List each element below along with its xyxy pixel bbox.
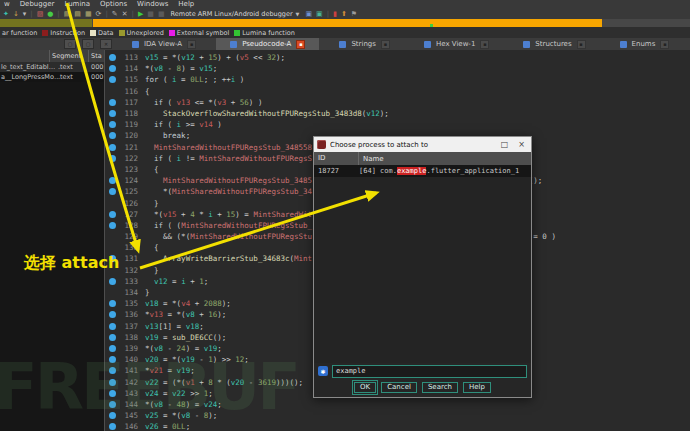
breakpoint-dot[interactable] (109, 65, 116, 72)
record-icon[interactable]: ● (47, 11, 53, 18)
breakpoint-dot[interactable] (109, 211, 116, 218)
save-as-icon[interactable]: ▤ (74, 11, 81, 18)
breakpoint-dot[interactable] (109, 155, 116, 162)
menu-item-lumina[interactable]: Lumina (64, 0, 90, 9)
view-select-icon[interactable]: ▾ (23, 11, 27, 18)
function-row[interactable]: a__LongPressMo….text000 (0, 72, 104, 82)
maximize-icon[interactable]: □ (498, 140, 511, 149)
breakpoint-dot[interactable] (109, 334, 116, 341)
code-text: v18 = *(v4 + 2088); (145, 299, 231, 308)
tab-close-icon[interactable]: ▪ (187, 40, 196, 49)
breakpoint-dot[interactable] (109, 390, 116, 397)
menu-item-windows[interactable]: Windows (137, 0, 168, 9)
breakpoint-dot[interactable] (109, 76, 116, 83)
code-line-119[interactable]: 119 if ( i >= v14 ) (105, 119, 690, 130)
navband-right[interactable] (602, 19, 690, 27)
export-icon[interactable]: ▦ (85, 11, 92, 18)
column-header-segment[interactable]: Segment (52, 52, 81, 60)
menu-item-w[interactable]: w (4, 0, 10, 9)
breakpoint-dot[interactable] (109, 412, 116, 419)
tab-enums[interactable]: Enums▪ (606, 38, 684, 50)
window-close-icon[interactable]: ✕ (100, 39, 112, 49)
breakpoint-icon[interactable]: ▮ (333, 11, 337, 18)
function-row[interactable]: le_text_Editabl….text000 (0, 62, 104, 72)
breakpoint-dot[interactable] (109, 423, 116, 430)
debugger-select[interactable]: Remote ARM Linux/Android debugger▼ (169, 10, 302, 18)
navband-progress[interactable] (93, 19, 602, 27)
breakpoint-dot[interactable] (109, 379, 116, 386)
breakpoint-dot[interactable] (109, 345, 116, 352)
search-button[interactable]: Search (422, 382, 458, 393)
cancel-icon[interactable]: ✕ (122, 11, 128, 18)
breakpoint-dot[interactable] (109, 54, 116, 61)
breakpoint-dot[interactable] (109, 300, 116, 307)
breakpoint-dot[interactable] (109, 222, 116, 229)
code-line-115[interactable]: 115for ( i = 0LL; ; ++i ) (105, 74, 690, 85)
breakpoint-dot[interactable] (109, 144, 116, 151)
tab-pseudocode-a[interactable]: Pseudocode-A▪ (216, 38, 319, 50)
breakpoint-dot[interactable] (109, 177, 116, 184)
stop-process-icon[interactable]: ■ (147, 11, 154, 18)
tab-hex-view-1[interactable]: Hex View-1▪ (410, 38, 503, 50)
tab-structures[interactable]: Structures▪ (509, 38, 599, 50)
column-header-name[interactable]: Name (359, 155, 384, 163)
window-button-icon[interactable]: ▢ (82, 39, 94, 49)
tab-strings[interactable]: Strings▪ (325, 38, 404, 50)
tab-close-icon[interactable]: ▪ (480, 40, 489, 49)
code-line-145[interactable]: 145v25 = *(v8 - 8); (105, 410, 690, 421)
edit-icon[interactable]: ✎ (112, 11, 118, 18)
dialog-titlebar[interactable]: Choose process to attach to □ × (314, 137, 531, 152)
step-into-icon[interactable]: ⬆ (341, 11, 347, 18)
cancel-button[interactable]: Cancel (381, 382, 417, 393)
functions-panel-header[interactable]: Segment Sta (0, 50, 104, 62)
ok-button[interactable]: OK (354, 382, 376, 393)
process-row[interactable]: 18727 [64] com.example.flutter_applicati… (314, 165, 531, 177)
breakpoint-dot[interactable] (109, 311, 116, 318)
menu-item-help[interactable]: Help (178, 0, 194, 9)
attach-process-icon[interactable]: ■ (158, 11, 165, 18)
process-list[interactable] (314, 177, 531, 363)
breakpoint-dot[interactable] (109, 356, 116, 363)
tab-close-icon[interactable]: ▪ (577, 40, 586, 49)
code-line-144[interactable]: 144*(v8 - 48) = v24; (105, 399, 690, 410)
breakpoint-dot[interactable] (109, 188, 116, 195)
window-button-icon[interactable]: ▢ (64, 39, 76, 49)
menu-item-options[interactable]: Options (100, 0, 127, 9)
modules-icon[interactable]: ▣ (316, 11, 323, 18)
breakpoint-dot[interactable] (109, 278, 116, 285)
start-process-icon[interactable]: ▶ (138, 11, 143, 18)
navband-left[interactable] (0, 19, 92, 27)
close-icon[interactable]: × (515, 140, 528, 149)
run-to-icon[interactable]: ⚑ (351, 11, 357, 18)
thread-icon[interactable]: ▣ (305, 11, 312, 18)
column-header-id[interactable]: ID (314, 152, 359, 165)
menu-item-debugger[interactable]: Debugger (20, 0, 55, 9)
tool-icon[interactable]: ✦ (3, 11, 9, 18)
code-line-118[interactable]: 118 StackOverflowSharedWithoutFPURegsStu… (105, 108, 690, 119)
image-icon[interactable]: ▨ (37, 11, 44, 18)
tab-ida-view-a[interactable]: IDA View-A▪ (118, 38, 210, 50)
breakpoint-dot[interactable] (109, 110, 116, 117)
tab-close-icon[interactable]: ▪ (296, 40, 305, 49)
refresh-icon[interactable]: ⟳ (96, 11, 102, 18)
breakpoint-dot[interactable] (109, 132, 116, 139)
breakpoint-dot[interactable] (109, 367, 116, 374)
breakpoint-dot[interactable] (109, 99, 116, 106)
navigator-band[interactable] (0, 19, 690, 27)
help-button[interactable]: Help (463, 382, 491, 393)
breakpoint-dot[interactable] (109, 401, 116, 408)
column-header-start[interactable]: Sta (91, 52, 102, 60)
code-line-113[interactable]: 113v15 = *(v12 + 15) + (v5 << 32); (105, 52, 690, 63)
code-line-146[interactable]: 146v26 = 0LL; (105, 421, 690, 431)
tab-close-icon[interactable]: ▪ (660, 40, 669, 49)
code-line-116[interactable]: 116{ (105, 86, 690, 97)
tab-close-icon[interactable]: ▪ (381, 40, 390, 49)
breakpoint-dot[interactable] (109, 121, 116, 128)
code-token: = *( (159, 53, 182, 62)
filter-input[interactable] (332, 365, 527, 378)
save-icon[interactable]: ▤ (64, 11, 71, 18)
code-line-117[interactable]: 117 if ( v13 <= *(v3 + 56) ) (105, 97, 690, 108)
code-line-114[interactable]: 114*(v8 - 8) = v15; (105, 63, 690, 74)
breakpoint-dot[interactable] (109, 323, 116, 330)
jump-down-icon[interactable]: ↓ (13, 11, 19, 18)
